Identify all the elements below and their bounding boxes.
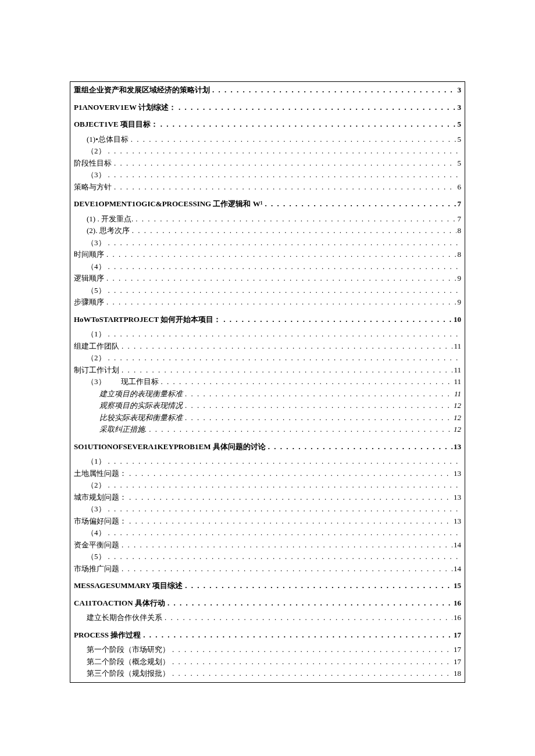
toc-entry: 步骤顺序. . . . . . . . . . . . . . . . . . …: [74, 296, 461, 308]
toc-entry: （2）. . . . . . . . . . . . . . . . . . .…: [74, 479, 461, 491]
toc-entry-page: 9: [456, 273, 462, 284]
toc-dot-leader: . . . . . . . . . . . . . . . . . . . . …: [112, 181, 456, 193]
toc-entry: (1) . 开发重点.. . . . . . . . . . . . . . .…: [74, 213, 461, 225]
document-page: 重组企业资产和发展区域经济的策略计划. . . . . . . . . . . …: [0, 0, 535, 741]
toc-entry-label: 土地属性问题：: [74, 468, 127, 479]
toc-entry: 建立长期合作伙伴关系. . . . . . . . . . . . . . . …: [74, 612, 461, 624]
toc-entry-page: 7: [456, 213, 462, 225]
toc-dot-leader: . . . . . . . . . . . . . . . . . . . . …: [263, 198, 456, 210]
toc-entry-label: （2）: [87, 479, 106, 491]
toc-entry-label: 建立长期合作伙伴关系: [87, 612, 162, 624]
toc-dot-leader: . . . . . . . . . . . . . . . . . . . . …: [183, 580, 452, 592]
toc-entry-page: 5: [456, 157, 462, 169]
toc-dot-leader: . . . . . . . . . . . . . . . . . . . . …: [106, 479, 462, 491]
toc-entry-page: 8: [456, 225, 462, 237]
toc-dot-leader: . . . . . . . . . . . . . . . . . . . . …: [127, 492, 452, 503]
toc-dot-leader: . . . . . . . . . . . . . . . . . . . . …: [221, 314, 452, 325]
toc-dot-leader: . . . . . . . . . . . . . . . . . . . . …: [106, 328, 462, 340]
toc-entry-label: （3）: [87, 169, 106, 181]
toc-entry-label: （4）: [87, 261, 106, 273]
toc-dot-leader: . . . . . . . . . . . . . . . . . . . . …: [112, 157, 456, 169]
toc-entry-page: 17: [452, 644, 461, 655]
toc-entry-page: 11: [452, 341, 461, 352]
toc-entry-label: 第二个阶段（概念规划）: [87, 656, 170, 668]
toc-dot-leader: . . . . . . . . . . . . . . . . . . . . …: [104, 249, 456, 260]
toc-entry: DEVE1OPMENT1OGIC&PROCESSING 工作逻辑和 W¹. . …: [74, 198, 461, 210]
toc-dot-leader: . . . . . . . . . . . . . . . . . . . . …: [147, 424, 452, 435]
toc-entry-page: 12: [452, 400, 461, 411]
toc-dot-leader: . . . . . . . . . . . . . . . . . . . . …: [106, 145, 462, 157]
toc-entry: P1ANOVERV1EW 计划综述：. . . . . . . . . . . …: [74, 102, 461, 113]
toc-entry: MESSAGESUMMARY 项目综述. . . . . . . . . . .…: [74, 580, 461, 592]
toc-dot-leader: . . . . . . . . . . . . . . . . . . . . …: [119, 539, 452, 551]
toc-dot-leader: . . . . . . . . . . . . . . . . . . . . …: [170, 656, 452, 668]
toc-entry-label: 步骤顺序: [74, 296, 104, 308]
toc-entry: （3）. . . . . . . . . . . . . . . . . . .…: [74, 169, 461, 181]
toc-dot-leader: . . . . . . . . . . . . . . . . . . . . …: [104, 296, 456, 308]
toc-entry-label: （2）: [87, 352, 106, 364]
toc-entry: 土地属性问题：. . . . . . . . . . . . . . . . .…: [74, 468, 461, 479]
toc-entry: （4）. . . . . . . . . . . . . . . . . . .…: [74, 261, 461, 273]
toc-dot-leader: . . . . . . . . . . . . . . . . . . . . …: [106, 503, 462, 515]
toc-dot-leader: . . . . . . . . . . . . . . . . . . . . …: [129, 134, 456, 145]
toc-entry: 重组企业资产和发展区域经济的策略计划. . . . . . . . . . . …: [74, 84, 461, 96]
toc-entry-label: （1）: [87, 456, 106, 467]
toc-entry-label: （1）: [87, 328, 106, 340]
toc-dot-leader: . . . . . . . . . . . . . . . . . . . . …: [106, 169, 462, 181]
toc-dot-leader: . . . . . . . . . . . . . . . . . . . . …: [162, 612, 452, 624]
toc-entry-page: 6: [456, 181, 462, 193]
toc-entry: PROCESS 操作过程. . . . . . . . . . . . . . …: [74, 629, 461, 641]
toc-dot-leader: . . . . . . . . . . . . . . . . . . . . …: [210, 84, 456, 96]
toc-entry: （3）. . . . . . . . . . . . . . . . . . .…: [74, 237, 461, 249]
toc-entry-label: 阶段性目标: [74, 157, 112, 169]
toc-entry-page: 16: [452, 612, 461, 624]
toc-dot-leader: . . . . . . . . . . . . . . . . . . . . …: [130, 225, 456, 237]
toc-entry-label: (1)•总体目标: [87, 134, 129, 145]
toc-entry-label: 建立项目的表现衡量标准: [99, 388, 183, 400]
toc-entry-label: 逻辑顺序: [74, 273, 104, 284]
toc-dot-leader: . . . . . . . . . . . . . . . . . . . . …: [159, 376, 453, 388]
toc-entry: HoWToSTARTPROJECT 如何开始本项目：. . . . . . . …: [74, 314, 461, 325]
toc-dot-leader: . . . . . . . . . . . . . . . . . . . . …: [119, 364, 452, 376]
toc-entry: 逻辑顺序. . . . . . . . . . . . . . . . . . …: [74, 273, 461, 284]
toc-dot-leader: . . . . . . . . . . . . . . . . . . . . …: [106, 285, 462, 296]
toc-dot-leader: . . . . . . . . . . . . . . . . . . . . …: [119, 563, 452, 575]
toc-entry: CA11TOACTION 具体行动. . . . . . . . . . . .…: [74, 597, 461, 609]
toc-entry-label: MESSAGESUMMARY 项目综述: [74, 580, 183, 592]
toc-entry: （5）. . . . . . . . . . . . . . . . . . .…: [74, 285, 461, 296]
toc-dot-leader: . . . . . . . . . . . . . . . . . . . . …: [106, 352, 462, 364]
toc-entry-page: 17: [452, 629, 461, 641]
toc-entry-page: 3: [456, 84, 462, 96]
toc-entry-label: 观察项目的实际表现情况: [99, 400, 183, 411]
toc-dot-leader: . . . . . . . . . . . . . . . . . . . . …: [106, 261, 462, 273]
toc-entry-label: （3） 现工作目标: [87, 376, 159, 388]
toc-entry-page: 12: [452, 412, 461, 424]
toc-entry: 建立项目的表现衡量标准. . . . . . . . . . . . . . .…: [74, 388, 461, 400]
toc-entry: 第二个阶段（概念规划）. . . . . . . . . . . . . . .…: [74, 656, 461, 668]
toc-dot-leader: . . . . . . . . . . . . . . . . . . . . …: [104, 273, 456, 284]
toc-dot-leader: . . . . . . . . . . . . . . . . . . . . …: [183, 412, 452, 424]
toc-entry-page: 7: [456, 198, 462, 210]
toc-entry-label: （5）: [87, 285, 106, 296]
toc-entry: （4）. . . . . . . . . . . . . . . . . . .…: [74, 527, 461, 539]
toc-entry-label: （5）: [87, 551, 106, 562]
toc-entry-page: 14: [452, 539, 461, 551]
toc-entry-page: 10: [452, 314, 461, 325]
toc-dot-leader: . . . . . . . . . . . . . . . . . . . . …: [119, 341, 452, 352]
toc-entry-label: （3）: [87, 237, 106, 249]
toc-entry: 策略与方针. . . . . . . . . . . . . . . . . .…: [74, 181, 461, 193]
toc-dot-leader: . . . . . . . . . . . . . . . . . . . . …: [106, 527, 462, 539]
toc-entry-label: P1ANOVERV1EW 计划综述：: [74, 102, 176, 113]
toc-entry: 市场偏好问题：. . . . . . . . . . . . . . . . .…: [74, 515, 461, 527]
toc-dot-leader: . . . . . . . . . . . . . . . . . . . . …: [183, 400, 452, 411]
toc-entry: （2）. . . . . . . . . . . . . . . . . . .…: [74, 352, 461, 364]
toc-entry-page: 18: [452, 668, 461, 679]
toc-entry-label: 重组企业资产和发展区域经济的策略计划: [74, 84, 210, 96]
toc-entry: 比较实际表现和衡量标准. . . . . . . . . . . . . . .…: [74, 412, 461, 424]
toc-dot-leader: . . . . . . . . . . . . . . . . . . . . …: [127, 515, 452, 527]
toc-entry-label: （2）: [87, 145, 106, 157]
toc-entry-page: 3: [456, 102, 462, 113]
toc-entry-page: 13: [452, 492, 461, 503]
toc-entry-page: 12: [452, 424, 461, 435]
toc-entry: 阶段性目标. . . . . . . . . . . . . . . . . .…: [74, 157, 461, 169]
